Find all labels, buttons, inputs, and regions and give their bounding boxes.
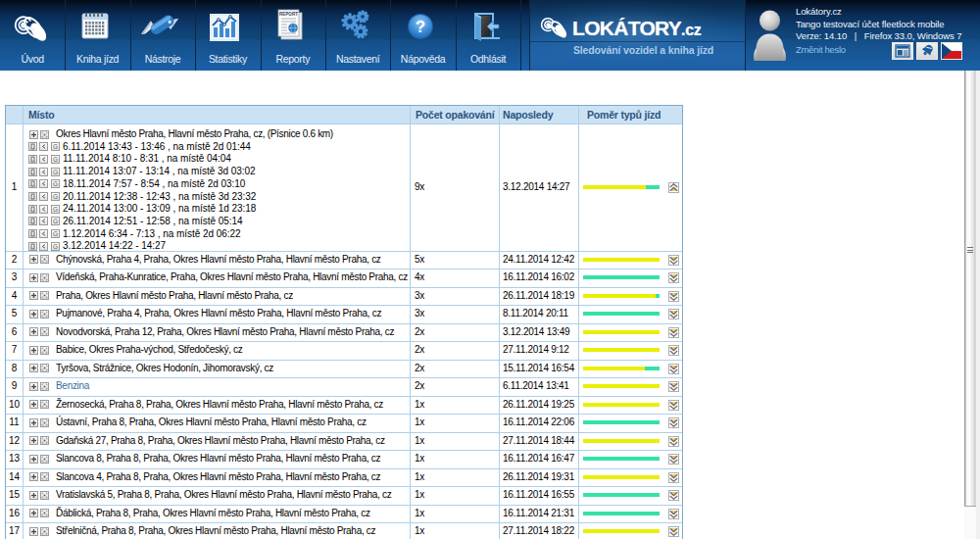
svg-text:G: G: [52, 206, 57, 213]
svg-text:G: G: [52, 169, 57, 175]
svg-text:G: G: [52, 193, 57, 200]
svg-text:G: G: [52, 156, 57, 163]
svg-text:G: G: [52, 218, 57, 224]
svg-text:REPORT: REPORT: [279, 12, 298, 17]
svg-text:?: ?: [415, 18, 424, 36]
svg-text:G: G: [52, 230, 57, 237]
svg-text:G: G: [52, 243, 57, 250]
svg-text:G: G: [52, 180, 57, 187]
svg-text:G: G: [52, 143, 57, 150]
